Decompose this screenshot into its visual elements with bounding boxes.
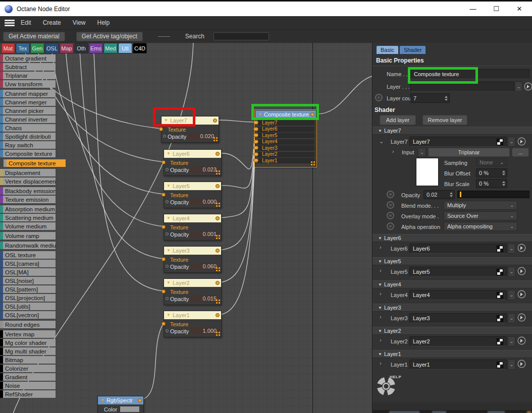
node-header[interactable]: ▼Layer1 [164, 311, 221, 319]
node-header[interactable]: ▼Layer2 [164, 279, 221, 287]
alpha-operation-dropdown[interactable]: Alpha compositing⌄ [444, 222, 517, 231]
collapse-triangle-icon[interactable]: ▼ [167, 281, 171, 285]
group-bar-layer3[interactable]: ▼Layer3 [373, 304, 532, 312]
menu-create[interactable]: Create [43, 19, 61, 26]
sidebar-item-spotlight-distributi[interactable]: Spotlight distributi [0, 133, 56, 140]
group-collapse-icon[interactable]: ▼ [378, 259, 382, 264]
sidebar-item-channel-mapper[interactable]: Channel mapper [0, 90, 56, 97]
sidebar-item-uvw-transform[interactable]: Uvw transform [0, 80, 56, 88]
sidebar-item-channel-merger[interactable]: Channel merger [0, 98, 56, 106]
expand-icon[interactable]: › [380, 337, 382, 343]
node-header[interactable]: ▼Layer4 [164, 214, 221, 222]
opacity-slider[interactable] [457, 191, 529, 198]
checker-texture-icon[interactable] [497, 315, 503, 322]
sidebar-item-mg-color-shader[interactable]: Mg color shader [0, 339, 56, 346]
expand-icon[interactable]: › [380, 267, 382, 273]
input-port[interactable] [253, 158, 258, 162]
input-port[interactable] [253, 152, 258, 156]
sidebar-item-volume-medium[interactable]: Volume medium [0, 222, 56, 230]
texture-input-port[interactable] [162, 322, 166, 326]
output-port[interactable] [216, 281, 220, 285]
sidebar-item-channel-inverter[interactable]: Channel inverter [0, 115, 56, 123]
layer-row-field[interactable]: Layer3 [409, 313, 507, 323]
layer-row-field[interactable]: Layer4 [409, 290, 507, 300]
texture-input-port[interactable] [162, 289, 166, 293]
sidebar-item-vertex-displacemen[interactable]: Vertex displacemen [0, 178, 56, 185]
input-dropdown-button[interactable]: ⌄ [418, 148, 426, 157]
opacity-value[interactable]: 1.000 [190, 328, 219, 334]
sidebar-item-osl-camera-[interactable]: OSL[camera] [0, 260, 56, 267]
sidebar-item-absorption-medium[interactable]: Absorption medium [0, 205, 56, 213]
expand-icon[interactable]: › [380, 244, 382, 250]
name-field[interactable]: Composite texture [410, 69, 529, 79]
checker-texture-icon[interactable] [497, 362, 503, 368]
color-swatch[interactable] [120, 406, 139, 412]
category-tab-ems[interactable]: Ems [89, 43, 103, 53]
layer-row-field[interactable]: Layer5 [409, 267, 507, 277]
opacity-value[interactable]: 0.020 [188, 133, 216, 140]
opacity-spinner[interactable]: 0.02 [423, 190, 455, 199]
output-port[interactable] [216, 313, 220, 317]
group-collapse-icon[interactable]: ▼ [378, 236, 382, 241]
node-layer5[interactable]: ▼Layer5TextureOpacity0.000 [164, 182, 222, 208]
sidebar-item-blackbody-emission[interactable]: Blackbody emission [0, 187, 56, 195]
menu-help[interactable]: Help [97, 19, 110, 26]
node-header[interactable]: ▼Layer3 [164, 247, 221, 255]
layer-count-radio[interactable] [375, 94, 383, 101]
remove-layer-button[interactable]: Remove layer [422, 115, 467, 125]
resize-grip-icon[interactable] [214, 137, 218, 141]
collapse-triangle-icon[interactable]: ▼ [167, 313, 171, 317]
layer-row-field[interactable]: Layer2 [409, 336, 507, 346]
texture-input-port[interactable] [162, 160, 166, 164]
category-tab-tex[interactable]: Tex [16, 43, 30, 53]
resize-grip-icon[interactable] [216, 332, 220, 336]
tab-shader[interactable]: Shader [399, 45, 426, 54]
node-layer4[interactable]: ▼Layer4TextureOpacity0.001 [164, 214, 222, 241]
picker-icon[interactable] [517, 244, 526, 252]
close-button[interactable]: ✕ [508, 2, 531, 16]
sidebar-item-osl-utils-[interactable]: OSL[utils] [0, 303, 56, 310]
input-more-button[interactable]: ... [512, 148, 529, 157]
group-bar-layer6[interactable]: ▼Layer6 [373, 234, 532, 242]
opacity-input-port[interactable] [163, 135, 166, 138]
rgb-node-header[interactable]: ▼ RgbSpectr [98, 396, 143, 404]
dropdown-button[interactable]: ⌄ [508, 290, 515, 300]
expand-icon[interactable]: › [380, 314, 382, 320]
texture-input-port[interactable] [159, 127, 163, 131]
input-port[interactable] [253, 127, 258, 131]
slider-handle[interactable] [460, 192, 461, 197]
output-port[interactable] [216, 184, 220, 188]
tab-basic[interactable]: Basic [376, 45, 399, 54]
sidebar-item-subtract[interactable]: Subtract [0, 63, 56, 71]
texture-input-port[interactable] [162, 193, 166, 197]
sidebar-item-triplanar[interactable]: Triplanar [0, 72, 56, 79]
opacity-input-port[interactable] [166, 232, 169, 235]
maximize-button[interactable]: ☐ [485, 2, 508, 16]
sidebar-item-randomwalk-mediu[interactable]: Randomwalk mediu [0, 242, 56, 249]
sidebar-item-ray-switch[interactable]: Ray switch [0, 141, 56, 149]
node-header[interactable]: ▼Layer5 [164, 182, 221, 190]
checker-texture-icon[interactable] [497, 269, 503, 275]
collapse-triangle-icon[interactable]: ▼ [167, 152, 171, 156]
node-layer1[interactable]: ▼Layer1TextureOpacity1.000 [164, 311, 222, 337]
output-port[interactable] [216, 152, 220, 156]
input-port[interactable] [253, 140, 258, 144]
node-layer2[interactable]: ▼Layer2TextureOpacity0.015 [164, 278, 222, 305]
group-collapse-icon[interactable]: ▼ [378, 306, 382, 310]
search-input[interactable] [214, 32, 269, 40]
category-tab-med[interactable]: Med [103, 43, 118, 53]
collapse-triangle-icon[interactable]: ▼ [258, 112, 262, 116]
opacity-input-port[interactable] [166, 200, 169, 203]
collapse-triangle-icon[interactable]: ▼ [100, 398, 104, 402]
node-header[interactable]: ▼Layer6 [164, 150, 221, 158]
sidebar-item-osl-vectron-[interactable]: OSL[vectron] [0, 311, 56, 319]
composite-texture-node[interactable]: ▼ Composite texture Layer7Layer6Layer5La… [255, 110, 316, 167]
input-port[interactable] [253, 146, 258, 150]
sidebar-item-channel-picker[interactable]: Channel picker [0, 107, 56, 114]
opacity-input-port[interactable] [166, 329, 169, 332]
expand-icon[interactable]: › [380, 360, 382, 366]
spinner-arrows-icon[interactable] [501, 180, 507, 188]
sidebar-item-octane-gradient[interactable]: Octane gradient [0, 54, 56, 62]
category-tab-mat[interactable]: Mat [1, 43, 15, 53]
opacity-value[interactable]: 0.001 [190, 231, 219, 238]
